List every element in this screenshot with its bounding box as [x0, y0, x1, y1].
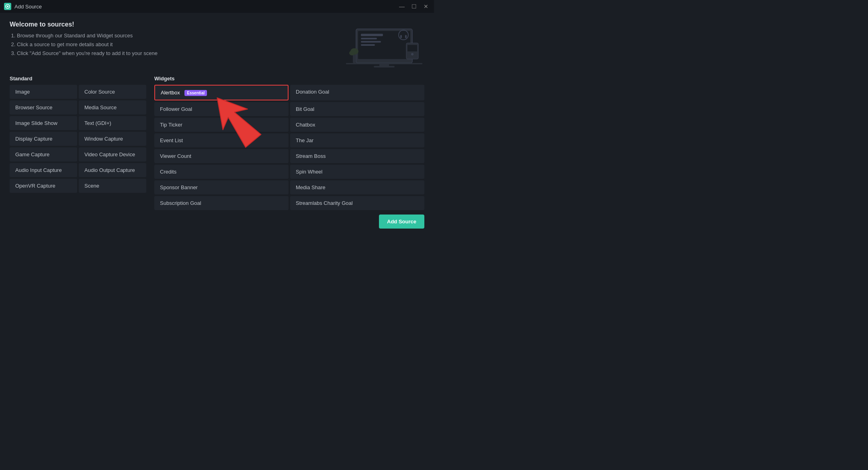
widgets-section: Widgets Alertbox Essential Donation Goal… [154, 76, 424, 210]
maximize-button[interactable]: ☐ [410, 3, 418, 10]
widgets-grid: Alertbox Essential Donation Goal Followe… [154, 85, 424, 210]
instruction-3: Click "Add Source" when you're ready to … [17, 49, 158, 58]
header-area: Welcome to sources! Browse through our S… [10, 21, 424, 69]
header-illustration [344, 21, 424, 69]
svg-rect-14 [407, 45, 417, 51]
widget-subscription-goal[interactable]: Subscription Goal [154, 196, 289, 210]
page-heading: Welcome to sources! [10, 21, 158, 28]
add-source-button[interactable]: Add Source [379, 215, 424, 229]
source-openvr-capture[interactable]: OpenVR Capture [10, 179, 77, 193]
svg-rect-5 [374, 66, 395, 67]
svg-rect-8 [361, 41, 381, 43]
standard-section: Standard Image Color Source Browser Sour… [10, 76, 146, 210]
app-icon [4, 3, 11, 10]
widget-credits[interactable]: Credits [154, 165, 289, 179]
svg-rect-19 [346, 63, 422, 64]
widget-bit-goal[interactable]: Bit Goal [290, 102, 424, 116]
svg-rect-9 [361, 44, 375, 46]
svg-point-15 [411, 53, 414, 55]
window-controls: — ☐ ✕ [398, 3, 430, 10]
alertbox-label: Alertbox [161, 90, 180, 96]
svg-rect-7 [361, 38, 377, 39]
widget-tip-ticker[interactable]: Tip Ticker [154, 118, 289, 132]
source-image-slide-show[interactable]: Image Slide Show [10, 116, 77, 130]
minimize-button[interactable]: — [398, 3, 406, 10]
essential-badge: Essential [184, 90, 207, 96]
source-image[interactable]: Image [10, 85, 77, 99]
widget-spin-wheel[interactable]: Spin Wheel [290, 165, 424, 179]
titlebar: Add Source — ☐ ✕ [0, 0, 434, 13]
instruction-2: Click a source to get more details about… [17, 40, 158, 49]
source-audio-input-capture[interactable]: Audio Input Capture [10, 163, 77, 177]
widget-alertbox[interactable]: Alertbox Essential [154, 85, 289, 100]
svg-rect-12 [405, 35, 407, 38]
widget-streamlabs-charity-goal[interactable]: Streamlabs Charity Goal [290, 196, 424, 210]
widget-donation-goal[interactable]: Donation Goal [290, 85, 424, 100]
source-color-source[interactable]: Color Source [79, 85, 146, 99]
footer: Add Source [10, 210, 424, 229]
sources-area: Standard Image Color Source Browser Sour… [10, 76, 424, 210]
widget-the-jar[interactable]: The Jar [290, 133, 424, 147]
instruction-1: Browse through our Standard and Widget s… [17, 31, 158, 40]
svg-rect-11 [400, 35, 402, 38]
source-browser-source[interactable]: Browser Source [10, 100, 77, 114]
widget-event-list[interactable]: Event List [154, 133, 289, 147]
widget-viewer-count[interactable]: Viewer Count [154, 149, 289, 163]
instructions-list: Browse through our Standard and Widget s… [10, 31, 158, 58]
source-window-capture[interactable]: Window Capture [79, 132, 146, 146]
svg-point-1 [7, 6, 8, 7]
widgets-title: Widgets [154, 76, 424, 82]
widget-follower-goal[interactable]: Follower Goal [154, 102, 289, 116]
source-text-gdi[interactable]: Text (GDI+) [79, 116, 146, 130]
source-game-capture[interactable]: Game Capture [10, 147, 77, 161]
standard-title: Standard [10, 76, 146, 82]
widget-stream-boss[interactable]: Stream Boss [290, 149, 424, 163]
source-audio-output-capture[interactable]: Audio Output Capture [79, 163, 146, 177]
source-scene[interactable]: Scene [79, 179, 146, 193]
close-button[interactable]: ✕ [422, 3, 430, 10]
standard-grid: Image Color Source Browser Source Media … [10, 85, 146, 193]
widget-chatbox[interactable]: Chatbox [290, 118, 424, 132]
window-title: Add Source [14, 4, 395, 10]
widget-sponsor-banner[interactable]: Sponsor Banner [154, 180, 289, 194]
header-text: Welcome to sources! Browse through our S… [10, 21, 158, 69]
svg-rect-6 [361, 34, 383, 36]
main-content: Welcome to sources! Browse through our S… [0, 13, 434, 235]
svg-point-18 [349, 51, 355, 55]
source-display-capture[interactable]: Display Capture [10, 132, 77, 146]
widget-media-share[interactable]: Media Share [290, 180, 424, 194]
source-video-capture-device[interactable]: Video Capture Device [79, 147, 146, 161]
source-media-source[interactable]: Media Source [79, 100, 146, 114]
